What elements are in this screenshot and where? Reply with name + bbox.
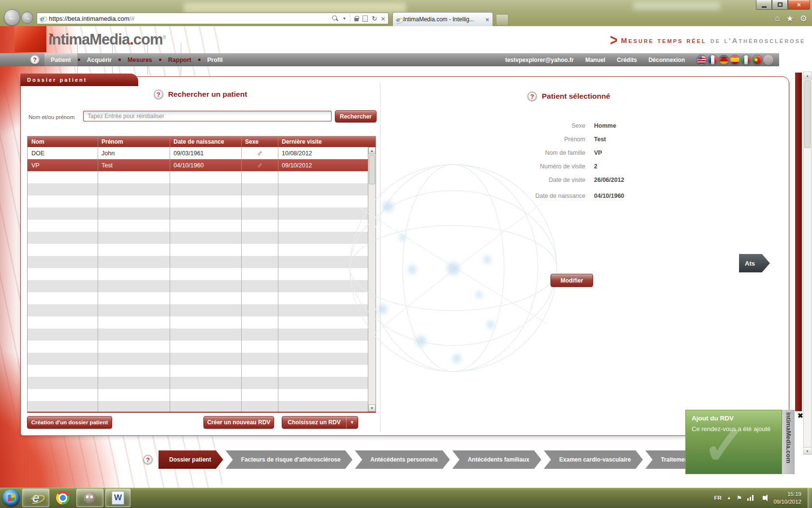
search-button[interactable]: Rechercher bbox=[335, 110, 377, 122]
nav-item-profil[interactable]: Profil bbox=[201, 53, 229, 66]
nav-item-mesures[interactable]: Mesures bbox=[121, 53, 159, 66]
choose-rdv-label: Choisissez un RDV bbox=[282, 419, 346, 426]
tab-close-icon[interactable]: × bbox=[485, 16, 489, 23]
link-manuel[interactable]: Manuel bbox=[585, 57, 605, 63]
flag-de-icon[interactable] bbox=[719, 55, 729, 65]
scroll-up-icon[interactable]: ▲ bbox=[804, 72, 811, 79]
step-dossier-patient[interactable]: Dossier patient bbox=[159, 450, 223, 469]
cell-naissance: 09/03/1961 bbox=[170, 150, 241, 157]
browser-tab[interactable]: e IntimaMedia.com - Intellig... × bbox=[392, 12, 493, 26]
nav-item-patient[interactable]: Patient bbox=[44, 53, 77, 66]
browser-chrome: × ← → e https://beta.intimamedia.com/# ▼… bbox=[0, 0, 812, 26]
toast-close-icon[interactable]: ✖ bbox=[798, 412, 803, 419]
flag-us-icon[interactable] bbox=[696, 55, 707, 65]
windows-taskbar: e W FR ▲ ⚑ 15:19 09/10/2012 bbox=[0, 488, 812, 508]
field-row-date-naissance: Date de naissance 04/10/1960 bbox=[440, 193, 663, 200]
action-center-flag-icon[interactable]: ⚑ bbox=[737, 494, 742, 502]
ats-arrow-button[interactable]: Ats bbox=[739, 254, 770, 272]
step-antecedents-familiaux[interactable]: Antécédents familiaux bbox=[452, 450, 541, 469]
help-icon[interactable]: ? bbox=[154, 90, 163, 99]
back-arrow-icon: ← bbox=[8, 13, 16, 22]
field-value: Test bbox=[594, 136, 606, 143]
create-patient-button[interactable]: Création d'un dossier patient bbox=[27, 416, 112, 429]
background-window-blur bbox=[633, 2, 720, 11]
cell-prenom: John bbox=[98, 150, 170, 157]
cell-prenom: Test bbox=[98, 162, 170, 169]
scrollbar-thumb[interactable] bbox=[804, 80, 811, 148]
field-row-sexe: Sexe Homme bbox=[440, 122, 663, 130]
search-title: Rechercher un patient bbox=[168, 90, 247, 99]
cell-nom: DOE bbox=[28, 150, 98, 157]
field-value: VP bbox=[594, 149, 602, 157]
show-desktop-button[interactable] bbox=[808, 488, 812, 508]
volume-icon[interactable] bbox=[763, 496, 765, 500]
home-icon[interactable]: ⌂ bbox=[775, 14, 780, 24]
patient-table: Nom Prénom Date de naissance Sexe Derniè… bbox=[27, 136, 376, 413]
link-credits[interactable]: Crédits bbox=[617, 57, 637, 63]
stop-icon[interactable]: × bbox=[381, 15, 385, 22]
search-icon[interactable] bbox=[332, 15, 338, 22]
search-dropdown-caret-icon[interactable]: ▼ bbox=[342, 16, 346, 21]
step-facteurs-de-risque[interactable]: Facteurs de risque d'athérosclérose bbox=[226, 450, 353, 469]
flag-fr-icon[interactable] bbox=[708, 55, 718, 65]
field-value: 2 bbox=[594, 163, 597, 170]
nav-item-acquerir[interactable]: Acquérir bbox=[81, 53, 118, 66]
taskbar-gimp-button[interactable] bbox=[76, 489, 103, 507]
page: intimaMedia.com® > Mesure temps réel de … bbox=[0, 26, 812, 488]
back-button[interactable]: ← bbox=[4, 9, 20, 26]
flag-it-icon[interactable] bbox=[741, 55, 751, 65]
network-icon[interactable] bbox=[747, 495, 754, 501]
clock-date: 09/10/2012 bbox=[773, 498, 801, 506]
flag-pt-icon[interactable] bbox=[752, 55, 762, 65]
forward-button[interactable]: → bbox=[21, 12, 33, 24]
step-antecedents-personnels[interactable]: Antécédents personnels bbox=[355, 450, 450, 469]
rdv-toast-notification: Ajout du RDV Ce rendez-vous a été ajouté… bbox=[685, 410, 795, 474]
nav-item-rapport[interactable]: Rapport bbox=[162, 53, 198, 66]
window-controls: × bbox=[756, 0, 810, 10]
create-rdv-button[interactable]: Créer un nouveau RDV bbox=[203, 416, 274, 429]
flag-es-icon[interactable] bbox=[730, 55, 740, 65]
language-indicator[interactable]: FR bbox=[714, 495, 722, 501]
minimize-button[interactable] bbox=[756, 0, 772, 10]
scroll-up-icon[interactable]: ▲ bbox=[368, 147, 376, 154]
search-input[interactable] bbox=[83, 111, 332, 121]
nav-bullet-icon bbox=[78, 59, 80, 61]
site-tagline: > Mesure temps réel de l'Athérosclérose bbox=[610, 34, 805, 47]
scroll-down-icon[interactable]: ▼ bbox=[368, 404, 376, 412]
choose-rdv-dropdown[interactable]: Choisissez un RDV ▼ bbox=[282, 416, 358, 429]
help-icon[interactable]: ? bbox=[143, 455, 153, 464]
toast-body: Ajout du RDV Ce rendez-vous a été ajouté… bbox=[685, 410, 782, 474]
chevron-down-icon[interactable]: ▼ bbox=[346, 417, 358, 428]
scroll-down-icon[interactable]: ▼ bbox=[804, 447, 811, 454]
start-button[interactable] bbox=[2, 489, 20, 507]
help-icon[interactable]: ? bbox=[527, 91, 537, 101]
taskbar-chrome-button[interactable] bbox=[51, 489, 74, 507]
modify-button[interactable]: Modifier bbox=[551, 274, 593, 287]
field-row-nom-famille: Nom de famille VP bbox=[440, 149, 663, 157]
new-tab-button[interactable] bbox=[496, 14, 508, 26]
url-text[interactable]: https://beta.intimamedia.com/# bbox=[49, 15, 332, 22]
step-examen-cardio-vasculaire[interactable]: Examen cardio-vasculaire bbox=[544, 450, 643, 469]
maximize-button[interactable] bbox=[772, 0, 788, 10]
page-tab-dossier-patient[interactable]: Dossier patient bbox=[20, 74, 138, 86]
help-icon[interactable]: ? bbox=[30, 55, 40, 64]
refresh-icon[interactable]: ↻ bbox=[372, 15, 377, 22]
system-tray: FR ▲ ⚑ 15:19 09/10/2012 bbox=[714, 488, 806, 508]
scrollbar-thumb[interactable] bbox=[369, 155, 375, 184]
favorites-star-icon[interactable]: ★ bbox=[786, 14, 794, 24]
table-scrollbar[interactable]: ▲ ▼ bbox=[368, 147, 376, 412]
link-deconnexion[interactable]: Déconnexion bbox=[649, 57, 685, 63]
taskbar-ie-button[interactable]: e bbox=[22, 489, 49, 507]
show-hidden-icons-arrow[interactable]: ▲ bbox=[727, 495, 731, 500]
toast-logo-strip: intimaMedia.com bbox=[782, 410, 795, 474]
address-bar[interactable]: e https://beta.intimamedia.com/# ▼ ↻ × bbox=[37, 13, 389, 24]
field-row-date-visite: Date de visite 26/06/2012 bbox=[440, 177, 663, 184]
taskbar-word-button[interactable]: W bbox=[105, 489, 130, 507]
table-row-selected[interactable]: VP Test 04/10/1960 ♂ 09/10/2012 bbox=[28, 159, 376, 171]
page-scrollbar[interactable]: ▲ ▼ bbox=[803, 72, 812, 455]
table-row[interactable]: DOE John 09/03/1961 ♂ 10/08/2012 bbox=[28, 147, 376, 159]
taskbar-clock[interactable]: 15:19 09/10/2012 bbox=[773, 490, 801, 506]
compatibility-view-icon[interactable] bbox=[362, 15, 368, 22]
window-close-button[interactable]: × bbox=[788, 0, 810, 10]
tools-gear-icon[interactable]: ⚙ bbox=[800, 14, 807, 24]
